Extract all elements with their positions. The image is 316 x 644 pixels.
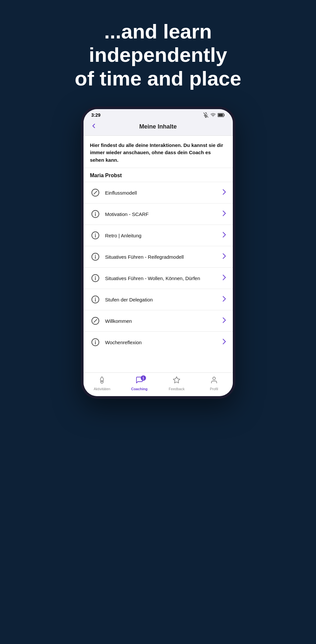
chevron-right-icon bbox=[222, 210, 226, 218]
mute-icon bbox=[203, 112, 208, 118]
nav-header: Meine Inhalte bbox=[84, 120, 233, 136]
tab-aktivitaeten[interactable]: Aktivitäten bbox=[84, 376, 121, 391]
tab-feedback[interactable]: Feedback bbox=[158, 376, 196, 391]
info-circle-icon bbox=[91, 338, 100, 346]
wifi-icon bbox=[210, 112, 216, 118]
list-item-text: Situatives Führen - Wollen, Können, Dürf… bbox=[105, 275, 220, 282]
edit-circle-icon bbox=[91, 188, 100, 197]
empty-area bbox=[84, 353, 233, 372]
tab-label-coaching: Coaching bbox=[131, 387, 148, 391]
list: Einflussmodell Motivation - SCARF Retro … bbox=[84, 182, 233, 353]
svg-rect-4 bbox=[218, 114, 223, 116]
tab-icon-feedback bbox=[173, 376, 181, 386]
tab-label-profil: Profil bbox=[210, 387, 218, 391]
info-circle-icon bbox=[91, 274, 100, 282]
status-icons bbox=[203, 112, 225, 118]
section-label: Maria Probst bbox=[84, 168, 233, 182]
tab-icon-coaching: 1 bbox=[135, 376, 143, 386]
star-icon bbox=[173, 376, 181, 384]
tab-profil[interactable]: Profil bbox=[195, 376, 233, 391]
list-item[interactable]: Willkommen bbox=[84, 310, 233, 331]
chevron-right-icon bbox=[222, 232, 226, 239]
status-bar: 3:29 bbox=[84, 109, 233, 120]
list-item[interactable]: Stufen der Delegation bbox=[84, 289, 233, 310]
chevron-right-icon bbox=[222, 274, 226, 282]
content-area: Hier findest du alle deine Interaktionen… bbox=[84, 136, 233, 373]
svg-marker-27 bbox=[173, 377, 180, 383]
hero-text: ...and learn independently of time and p… bbox=[48, 0, 267, 107]
battery-icon bbox=[218, 113, 225, 117]
list-item-text: Einflussmodell bbox=[105, 190, 220, 196]
chevron-right-icon bbox=[222, 189, 226, 196]
svg-line-23 bbox=[94, 320, 97, 322]
chevron-right-icon bbox=[222, 339, 226, 346]
person-icon bbox=[210, 376, 218, 384]
list-item-icon bbox=[90, 230, 101, 241]
list-item-icon bbox=[90, 337, 101, 347]
info-circle-icon bbox=[91, 252, 100, 261]
flame-icon bbox=[98, 376, 106, 384]
list-item-icon bbox=[90, 273, 101, 283]
tab-badge: 1 bbox=[141, 375, 146, 381]
list-item[interactable]: Motivation - SCARF bbox=[84, 203, 233, 225]
chevron-right-icon bbox=[222, 296, 226, 303]
info-circle-icon bbox=[91, 210, 100, 218]
list-item[interactable]: Situatives Führen - Reifegradmodell bbox=[84, 246, 233, 267]
list-item-icon bbox=[90, 209, 101, 219]
list-item[interactable]: Einflussmodell bbox=[84, 182, 233, 203]
status-time: 3:29 bbox=[91, 112, 101, 118]
list-item-text: Motivation - SCARF bbox=[105, 211, 220, 218]
tab-coaching[interactable]: 1 Coaching bbox=[121, 376, 158, 391]
tab-bar: Aktivitäten 1 Coaching Feedback Profil bbox=[84, 372, 233, 396]
list-item-icon bbox=[90, 251, 101, 262]
description-box: Hier findest du alle deine Interaktionen… bbox=[84, 136, 233, 168]
list-item-text: Stufen der Delegation bbox=[105, 297, 220, 303]
list-item-icon bbox=[90, 294, 101, 305]
list-item-text: Retro | Anleitung bbox=[105, 232, 220, 239]
list-item-text: Situatives Führen - Reifegradmodell bbox=[105, 254, 220, 260]
list-item[interactable]: Retro | Anleitung bbox=[84, 225, 233, 246]
description-text: Hier findest du alle deine Interaktionen… bbox=[90, 142, 226, 164]
list-item-text: Willkommen bbox=[105, 318, 220, 324]
edit-circle-icon bbox=[91, 317, 100, 325]
back-button[interactable] bbox=[90, 122, 97, 131]
tab-icon-aktivitaeten bbox=[98, 376, 106, 386]
svg-point-28 bbox=[213, 377, 215, 380]
nav-title: Meine Inhalte bbox=[101, 123, 215, 130]
list-item-icon bbox=[90, 316, 101, 326]
info-circle-icon bbox=[91, 295, 100, 304]
list-item[interactable]: Wochenreflexion bbox=[84, 331, 233, 353]
phone-mockup: 3:29 bbox=[81, 107, 235, 399]
tab-label-feedback: Feedback bbox=[169, 387, 184, 391]
chevron-right-icon bbox=[222, 253, 226, 260]
info-circle-icon bbox=[91, 231, 100, 240]
svg-line-6 bbox=[94, 191, 97, 194]
tab-label-aktivitaeten: Aktivitäten bbox=[94, 387, 110, 391]
tab-icon-profil bbox=[210, 376, 218, 386]
list-item-icon bbox=[90, 187, 101, 198]
list-item-text: Wochenreflexion bbox=[105, 339, 220, 346]
chevron-right-icon bbox=[222, 317, 226, 324]
list-item[interactable]: Situatives Führen - Wollen, Können, Dürf… bbox=[84, 267, 233, 289]
